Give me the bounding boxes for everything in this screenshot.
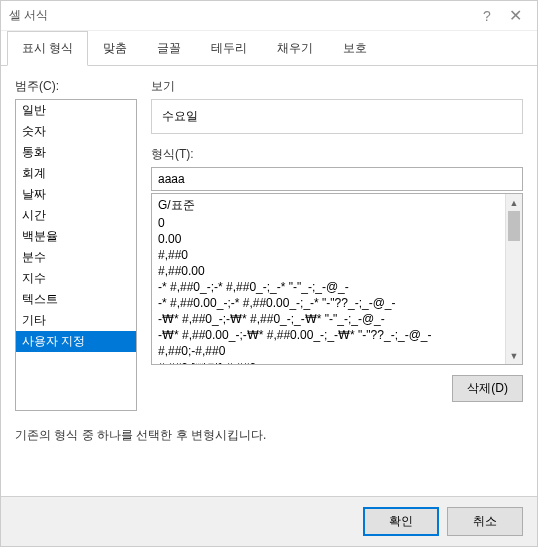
window-title: 셀 서식 [9, 7, 473, 24]
category-item-text[interactable]: 텍스트 [16, 289, 136, 310]
format-item[interactable]: #,##0;-#,##0 [152, 343, 505, 359]
scroll-thumb[interactable] [508, 211, 520, 241]
category-item-time[interactable]: 시간 [16, 205, 136, 226]
category-item-number[interactable]: 숫자 [16, 121, 136, 142]
scroll-track[interactable] [506, 211, 522, 347]
format-item[interactable]: G/표준 [152, 196, 505, 215]
format-list[interactable]: G/표준 0 0.00 #,##0 #,##0.00 -* #,##0_-;-*… [151, 193, 523, 365]
tab-border[interactable]: 테두리 [196, 31, 262, 66]
format-item[interactable]: 0 [152, 215, 505, 231]
ok-button[interactable]: 확인 [363, 507, 439, 536]
scroll-up-icon[interactable]: ▲ [506, 194, 522, 211]
close-button[interactable]: ✕ [501, 2, 529, 30]
format-input[interactable] [151, 167, 523, 191]
tab-protection[interactable]: 보호 [328, 31, 382, 66]
category-item-custom[interactable]: 사용자 지정 [16, 331, 136, 352]
category-listbox[interactable]: 일반 숫자 통화 회계 날짜 시간 백분율 분수 지수 텍스트 기타 사용자 지… [15, 99, 137, 411]
preview-value: 수요일 [162, 109, 198, 123]
format-item[interactable]: -* #,##0.00_-;-* #,##0.00_-;_-* "-"??_-;… [152, 295, 505, 311]
tabs: 표시 형식 맞춤 글꼴 테두리 채우기 보호 [1, 31, 537, 66]
scrollbar[interactable]: ▲ ▼ [505, 194, 522, 364]
format-item[interactable]: 0.00 [152, 231, 505, 247]
tab-font[interactable]: 글꼴 [142, 31, 196, 66]
titlebar: 셀 서식 ? ✕ [1, 1, 537, 31]
preview-box: 수요일 [151, 99, 523, 134]
category-item-percentage[interactable]: 백분율 [16, 226, 136, 247]
format-item[interactable]: -₩* #,##0_-;-₩* #,##0_-;_-₩* "-"_-;_-@_- [152, 311, 505, 327]
category-item-scientific[interactable]: 지수 [16, 268, 136, 289]
scroll-down-icon[interactable]: ▼ [506, 347, 522, 364]
category-item-date[interactable]: 날짜 [16, 184, 136, 205]
hint-text: 기존의 형식 중 하나를 선택한 후 변형시킵니다. [15, 427, 523, 444]
format-item[interactable]: -* #,##0_-;-* #,##0_-;_-* "-"_-;_-@_- [152, 279, 505, 295]
cancel-button[interactable]: 취소 [447, 507, 523, 536]
format-item[interactable]: #,##0;[빨강]-#,##0 [152, 359, 505, 364]
category-item-general[interactable]: 일반 [16, 100, 136, 121]
tab-number-format[interactable]: 표시 형식 [7, 31, 88, 66]
format-label: 형식(T): [151, 146, 523, 163]
format-item[interactable]: -₩* #,##0.00_-;-₩* #,##0.00_-;_-₩* "-"??… [152, 327, 505, 343]
content-area: 범주(C): 일반 숫자 통화 회계 날짜 시간 백분율 분수 지수 텍스트 기… [1, 66, 537, 496]
format-item[interactable]: #,##0 [152, 247, 505, 263]
tab-fill[interactable]: 채우기 [262, 31, 328, 66]
dialog-window: 셀 서식 ? ✕ 표시 형식 맞춤 글꼴 테두리 채우기 보호 범주(C): 일… [0, 0, 538, 547]
category-item-special[interactable]: 기타 [16, 310, 136, 331]
category-item-currency[interactable]: 통화 [16, 142, 136, 163]
tab-alignment[interactable]: 맞춤 [88, 31, 142, 66]
footer: 확인 취소 [1, 496, 537, 546]
category-item-fraction[interactable]: 분수 [16, 247, 136, 268]
help-button[interactable]: ? [473, 2, 501, 30]
preview-label: 보기 [151, 78, 523, 95]
category-label: 범주(C): [15, 78, 137, 95]
category-item-accounting[interactable]: 회계 [16, 163, 136, 184]
format-item[interactable]: #,##0.00 [152, 263, 505, 279]
delete-button[interactable]: 삭제(D) [452, 375, 523, 402]
